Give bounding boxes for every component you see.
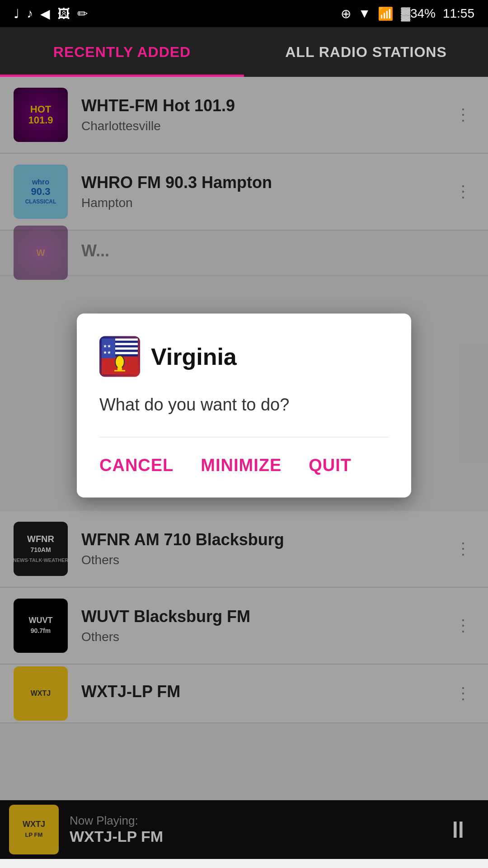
status-left-icons: ♩ ♪ ◀ 🖼 ✏ xyxy=(14,6,88,21)
cancel-button[interactable]: CANCEL xyxy=(99,451,174,479)
battery-icon: ▓34% xyxy=(401,6,435,21)
svg-text:★★: ★★ xyxy=(103,349,111,354)
svg-rect-5 xyxy=(115,343,138,345)
dialog-header: ★★ ★★ Virginia xyxy=(99,336,389,377)
action-dialog: ★★ ★★ Virginia What do you want to do? C… xyxy=(77,313,411,497)
main-content: HOT101.9 WHTE-FM Hot 101.9 Charlottesvil… xyxy=(0,77,488,859)
pen-icon: ✏ xyxy=(77,6,88,21)
quit-button[interactable]: QUIT xyxy=(309,451,352,479)
wifi-icon: ▼ xyxy=(358,6,371,21)
minimize-button[interactable]: MINIMIZE xyxy=(201,451,282,479)
svg-rect-3 xyxy=(102,338,115,358)
tab-recently-added[interactable]: RECENTLY ADDED xyxy=(0,27,244,77)
signal-icon: 📶 xyxy=(378,6,394,21)
dialog-divider xyxy=(99,437,389,437)
svg-rect-10 xyxy=(114,370,125,371)
svg-rect-6 xyxy=(115,347,138,349)
back-icon: ◀ xyxy=(40,6,50,21)
image-icon: 🖼 xyxy=(57,6,70,21)
svg-rect-9 xyxy=(117,367,122,370)
tab-bar: RECENTLY ADDED ALL RADIO STATIONS xyxy=(0,27,488,77)
svg-rect-7 xyxy=(115,352,138,354)
svg-rect-4 xyxy=(115,338,138,340)
status-right-info: ⊕ ▼ 📶 ▓34% 11:55 xyxy=(341,6,474,21)
dialog-title: Virginia xyxy=(151,343,237,370)
music-note-icon: ♩ xyxy=(14,6,19,21)
svg-text:★★: ★★ xyxy=(103,343,111,348)
virginia-icon: ★★ ★★ xyxy=(99,336,140,377)
tab-all-radio-stations[interactable]: ALL RADIO STATIONS xyxy=(244,27,488,77)
plus-circle-icon: ⊕ xyxy=(341,6,351,21)
dialog-message: What do you want to do? xyxy=(99,395,389,414)
music-note2-icon: ♪ xyxy=(27,6,33,21)
svg-point-8 xyxy=(115,355,124,368)
clock: 11:55 xyxy=(443,6,474,21)
dialog-buttons: CANCEL MINIMIZE QUIT xyxy=(99,451,389,479)
status-bar: ♩ ♪ ◀ 🖼 ✏ ⊕ ▼ 📶 ▓34% 11:55 xyxy=(0,0,488,27)
